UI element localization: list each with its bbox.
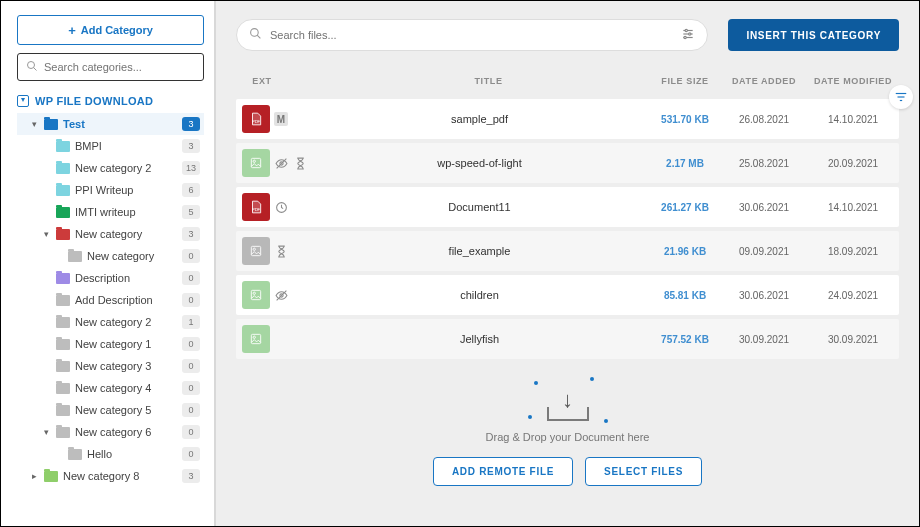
sidebar-item[interactable]: Add Description0 bbox=[17, 289, 204, 311]
folder-icon bbox=[44, 119, 58, 130]
chevron-icon: ▾ bbox=[41, 229, 51, 239]
folder-icon bbox=[68, 449, 82, 460]
sidebar-item-label: Hello bbox=[87, 448, 112, 460]
col-title[interactable]: TITLE bbox=[328, 76, 649, 86]
search-files-wrapper[interactable] bbox=[236, 19, 708, 51]
sidebar-item[interactable]: ▾Test3 bbox=[17, 113, 204, 135]
table-row[interactable]: children85.81 KB30.06.202124.09.2021 bbox=[236, 275, 899, 315]
svg-point-21 bbox=[253, 248, 255, 250]
root-node[interactable]: WP FILE DOWNLOAD bbox=[17, 91, 204, 111]
sidebar-item[interactable]: New category 30 bbox=[17, 355, 204, 377]
sidebar-item-label: New category 5 bbox=[75, 404, 151, 416]
table-row[interactable]: Jellyfish757.52 KB30.09.202130.09.2021 bbox=[236, 319, 899, 359]
svg-point-9 bbox=[684, 36, 686, 38]
sidebar-item[interactable]: Description0 bbox=[17, 267, 204, 289]
pending-icon bbox=[293, 156, 307, 170]
sidebar-item-label: Test bbox=[63, 118, 85, 130]
sidebar-item-label: New category bbox=[87, 250, 154, 262]
svg-text:PDF: PDF bbox=[252, 207, 261, 212]
row-status-icons bbox=[270, 288, 310, 302]
file-table: EXT TITLE FILE SIZE DATE ADDED DATE MODI… bbox=[216, 63, 919, 363]
add-remote-file-button[interactable]: ADD REMOTE FILE bbox=[433, 457, 573, 486]
sidebar-item[interactable]: New category 10 bbox=[17, 333, 204, 355]
count-badge: 1 bbox=[182, 315, 200, 329]
file-title: Document11 bbox=[310, 201, 649, 213]
sidebar-item-label: New category 2 bbox=[75, 162, 151, 174]
file-title: file_example bbox=[310, 245, 649, 257]
sidebar-item[interactable]: ▸New category 83 bbox=[17, 465, 204, 487]
dropzone-actions: ADD REMOTE FILE SELECT FILES bbox=[433, 457, 702, 486]
sidebar-item[interactable]: ▾New category 60 bbox=[17, 421, 204, 443]
select-files-button[interactable]: SELECT FILES bbox=[585, 457, 702, 486]
folder-icon bbox=[56, 229, 70, 240]
search-files-input[interactable] bbox=[270, 29, 673, 41]
sidebar-item-label: New category 1 bbox=[75, 338, 151, 350]
svg-rect-14 bbox=[251, 158, 260, 167]
folder-icon bbox=[68, 251, 82, 262]
table-row[interactable]: PDFMsample_pdf531.70 KB26.08.202114.10.2… bbox=[236, 99, 899, 139]
svg-text:PDF: PDF bbox=[252, 119, 261, 124]
search-categories-wrapper[interactable] bbox=[17, 53, 204, 81]
sidebar-item[interactable]: PPI Writeup6 bbox=[17, 179, 204, 201]
folder-icon bbox=[56, 383, 70, 394]
sidebar-item[interactable]: ▾New category3 bbox=[17, 223, 204, 245]
col-size[interactable]: FILE SIZE bbox=[649, 76, 721, 86]
scheduled-icon bbox=[274, 200, 288, 214]
count-badge: 3 bbox=[182, 139, 200, 153]
search-categories-input[interactable] bbox=[44, 61, 195, 73]
count-badge: 3 bbox=[182, 227, 200, 241]
search-icon bbox=[249, 27, 262, 43]
date-modified: 18.09.2021 bbox=[807, 246, 899, 257]
folder-icon bbox=[56, 339, 70, 350]
insert-category-button[interactable]: INSERT THIS CATEGORY bbox=[728, 19, 899, 51]
row-status-icons: M bbox=[270, 112, 310, 126]
col-added[interactable]: DATE ADDED bbox=[721, 76, 807, 86]
file-title: Jellyfish bbox=[310, 333, 649, 345]
svg-rect-26 bbox=[251, 334, 260, 343]
add-category-button[interactable]: + Add Category bbox=[17, 15, 204, 45]
row-status-icons bbox=[270, 200, 310, 214]
dropzone-text: Drag & Drop your Document here bbox=[486, 431, 650, 443]
sidebar-item[interactable]: New category0 bbox=[17, 245, 204, 267]
sidebar-item[interactable]: New category 50 bbox=[17, 399, 204, 421]
sidebar-item[interactable]: New category 213 bbox=[17, 157, 204, 179]
sliders-icon[interactable] bbox=[681, 27, 695, 44]
count-badge: 0 bbox=[182, 403, 200, 417]
count-badge: 0 bbox=[182, 425, 200, 439]
sidebar-item[interactable]: BMPI3 bbox=[17, 135, 204, 157]
sidebar-item-label: New category 2 bbox=[75, 316, 151, 328]
chevron-icon: ▾ bbox=[29, 119, 39, 129]
sidebar: + Add Category WP FILE DOWNLOAD ▾Test3BM… bbox=[1, 1, 216, 526]
folder-icon bbox=[44, 471, 58, 482]
count-badge: 0 bbox=[182, 249, 200, 263]
table-row[interactable]: file_example21.96 KB09.09.202118.09.2021 bbox=[236, 231, 899, 271]
file-type-icon bbox=[242, 149, 270, 177]
svg-rect-20 bbox=[251, 246, 260, 255]
count-badge: 3 bbox=[182, 117, 200, 131]
sidebar-item[interactable]: New category 21 bbox=[17, 311, 204, 333]
sidebar-item[interactable]: Hello0 bbox=[17, 443, 204, 465]
table-body: PDFMsample_pdf531.70 KB26.08.202114.10.2… bbox=[236, 99, 899, 359]
sidebar-item-label: New category 4 bbox=[75, 382, 151, 394]
date-added: 26.08.2021 bbox=[721, 114, 807, 125]
sidebar-item-label: New category 3 bbox=[75, 360, 151, 372]
file-title: sample_pdf bbox=[310, 113, 649, 125]
col-mod[interactable]: DATE MODIFIED bbox=[807, 76, 899, 86]
file-type-icon: PDF bbox=[242, 105, 270, 133]
chevron-icon: ▸ bbox=[29, 471, 39, 481]
hidden-icon bbox=[274, 288, 288, 302]
date-added: 30.06.2021 bbox=[721, 202, 807, 213]
multi-icon: M bbox=[274, 112, 288, 126]
filter-button[interactable] bbox=[889, 85, 913, 109]
table-row[interactable]: wp-speed-of-light2.17 MB25.08.202120.09.… bbox=[236, 143, 899, 183]
file-type-icon: PDF bbox=[242, 193, 270, 221]
file-title: wp-speed-of-light bbox=[310, 157, 649, 169]
dropzone[interactable]: ↓ Drag & Drop your Document here ADD REM… bbox=[216, 363, 919, 496]
row-status-icons bbox=[270, 244, 310, 258]
sidebar-item[interactable]: New category 40 bbox=[17, 377, 204, 399]
sidebar-item-label: New category 6 bbox=[75, 426, 151, 438]
table-row[interactable]: PDFDocument11261.27 KB30.06.202114.10.20… bbox=[236, 187, 899, 227]
svg-point-15 bbox=[253, 160, 255, 162]
col-ext[interactable]: EXT bbox=[236, 76, 288, 86]
sidebar-item[interactable]: IMTI writeup5 bbox=[17, 201, 204, 223]
